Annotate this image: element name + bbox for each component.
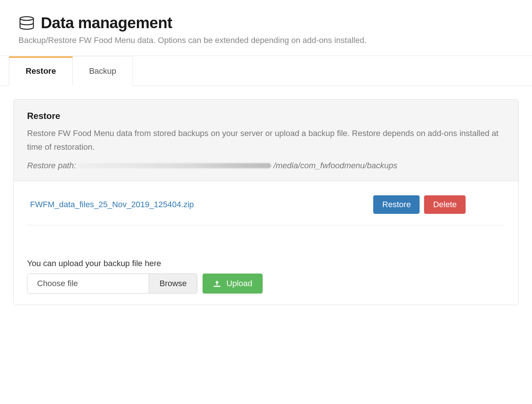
file-input[interactable] (27, 274, 149, 293)
tab-backup[interactable]: Backup (73, 56, 133, 86)
backup-filename-link[interactable]: FWFM_data_files_25_Nov_2019_125404.zip (30, 200, 194, 209)
page-header: Data management Backup/Restore FW Food M… (0, 0, 532, 56)
upload-icon (213, 280, 221, 287)
delete-button[interactable]: Delete (424, 195, 466, 214)
tabs: Restore Backup (9, 56, 523, 86)
page-subtitle: Backup/Restore FW Food Menu data. Option… (19, 36, 513, 45)
page-title: Data management (41, 14, 172, 32)
tab-restore[interactable]: Restore (9, 56, 73, 86)
restore-path-label: Restore path: (27, 161, 76, 170)
redacted-path (78, 163, 271, 168)
backup-row: FWFM_data_files_25_Nov_2019_125404.zip R… (27, 194, 505, 225)
restore-panel: Restore Restore FW Food Menu data from s… (13, 99, 519, 305)
upload-button[interactable]: Upload (203, 274, 263, 294)
upload-button-label: Upload (226, 279, 252, 288)
svg-rect-1 (214, 286, 220, 287)
restore-button[interactable]: Restore (373, 195, 420, 214)
panel-title: Restore (27, 111, 505, 121)
panel-header: Restore Restore FW Food Menu data from s… (14, 100, 518, 181)
upload-section: You can upload your backup file here Bro… (27, 259, 505, 294)
database-icon (19, 16, 35, 30)
panel-description: Restore FW Food Menu data from stored ba… (27, 126, 505, 154)
upload-label: You can upload your backup file here (27, 259, 505, 268)
restore-path: Restore path: /media/com_fwfoodmenu/back… (27, 161, 505, 170)
restore-path-value: /media/com_fwfoodmenu/backups (273, 161, 397, 170)
file-input-group: Browse (27, 274, 197, 294)
svg-point-0 (20, 17, 33, 20)
browse-button[interactable]: Browse (149, 274, 197, 293)
